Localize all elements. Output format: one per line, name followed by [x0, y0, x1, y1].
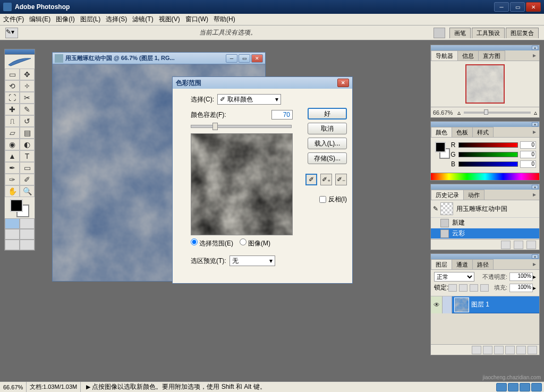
opt-tab-toolpreset[interactable]: 工具预设: [472, 28, 505, 38]
cancel-button[interactable]: 取消: [308, 123, 347, 134]
panel-close-icon[interactable]: ×: [532, 122, 538, 126]
eyedropper-plus-icon[interactable]: ✐₊: [320, 174, 332, 185]
eyedropper-icon[interactable]: ✐: [305, 174, 317, 185]
history-step-new[interactable]: 新建: [431, 218, 539, 228]
standard-mode[interactable]: [5, 218, 20, 229]
slice-tool[interactable]: ✂: [20, 92, 35, 104]
dialog-titlebar[interactable]: 色彩范围 ✕: [173, 77, 352, 89]
tray-icon[interactable]: [496, 383, 507, 391]
color-header[interactable]: ×: [431, 122, 539, 127]
jump-imageready[interactable]: [5, 240, 20, 250]
document-titlebar[interactable]: 用玉雕琢红动中国 @ 66.7% (图层 1, RG... ─ ▭ ✕: [53, 53, 265, 64]
jump-other[interactable]: [20, 240, 35, 250]
navigator-thumbnail[interactable]: [465, 64, 505, 104]
tray-icon[interactable]: [520, 383, 530, 391]
g-slider[interactable]: [458, 152, 518, 157]
doc-minimize-button[interactable]: ─: [226, 54, 237, 63]
panel-close-icon[interactable]: ×: [532, 46, 538, 50]
invert-checkbox[interactable]: [319, 196, 326, 203]
adjustment-layer-icon[interactable]: [505, 346, 515, 354]
tab-actions[interactable]: 动作: [463, 190, 484, 200]
tab-styles[interactable]: 样式: [472, 127, 494, 137]
doc-close-button[interactable]: ✕: [251, 54, 263, 63]
tab-histogram[interactable]: 直方图: [478, 50, 505, 61]
history-snapshot-row[interactable]: ✎ 用玉雕琢红动中国: [431, 200, 539, 218]
crop-tool[interactable]: ⛶: [5, 92, 20, 104]
marquee-tool[interactable]: ▭: [5, 69, 20, 80]
eraser-tool[interactable]: ▱: [5, 127, 20, 139]
menu-select[interactable]: 选择(S): [106, 15, 127, 24]
screenmode-2[interactable]: [20, 229, 35, 240]
navigator-header[interactable]: ×: [431, 45, 539, 50]
blend-mode-select[interactable]: 正常: [434, 272, 474, 282]
layer-row[interactable]: 👁 图层 1: [431, 296, 539, 313]
notes-tool[interactable]: ✑: [5, 174, 20, 185]
eyedropper-minus-icon[interactable]: ✐₋: [335, 174, 347, 185]
link-column[interactable]: [443, 296, 452, 313]
menu-view[interactable]: 视图(V): [159, 15, 180, 24]
new-snapshot-icon[interactable]: [514, 241, 523, 249]
history-header[interactable]: ×: [431, 184, 539, 190]
path-select-tool[interactable]: ▲: [5, 150, 20, 162]
tray-icon[interactable]: [508, 383, 518, 391]
lasso-tool[interactable]: ⟲: [5, 80, 20, 92]
tray-icon[interactable]: [531, 383, 542, 391]
eyedropper-tool[interactable]: ✐: [20, 174, 35, 185]
toolbox-header[interactable]: [5, 49, 35, 55]
layer-name[interactable]: 图层 1: [471, 300, 539, 309]
ok-button[interactable]: 好: [308, 108, 347, 120]
new-layer-icon[interactable]: [516, 346, 526, 354]
palette-well-icon[interactable]: [434, 28, 445, 38]
radio-selection-input[interactable]: [191, 238, 198, 245]
history-brush-source-icon[interactable]: ✎: [433, 205, 440, 212]
minimize-button[interactable]: ─: [494, 2, 509, 12]
stamp-tool[interactable]: ⎍: [5, 115, 20, 127]
r-slider[interactable]: [458, 142, 518, 148]
opacity-value[interactable]: 100%: [509, 272, 533, 281]
hand-tool[interactable]: ✋: [5, 185, 20, 197]
tab-paths[interactable]: 路径: [472, 259, 494, 269]
delete-state-icon[interactable]: [526, 241, 536, 249]
navigator-zoom-value[interactable]: 66.67%: [433, 109, 457, 116]
panel-menu-icon[interactable]: ▸: [530, 259, 539, 269]
dialog-close-button[interactable]: ✕: [337, 79, 349, 87]
panel-menu-icon[interactable]: ▸: [530, 50, 539, 61]
menu-help[interactable]: 帮助(H): [214, 15, 235, 24]
menu-filter[interactable]: 滤镜(T): [132, 15, 153, 24]
tab-swatches[interactable]: 色板: [452, 127, 473, 137]
color-fg-bg[interactable]: [434, 141, 450, 167]
current-tool-icon[interactable]: ✎▾: [5, 28, 18, 38]
fuzziness-slider[interactable]: [191, 125, 292, 128]
menu-file[interactable]: 文件(F): [3, 15, 24, 24]
type-tool[interactable]: T: [20, 150, 35, 162]
zoom-tool[interactable]: 🔍: [20, 185, 35, 197]
menu-image[interactable]: 图像(I): [56, 15, 74, 24]
new-set-icon[interactable]: [494, 346, 504, 354]
color-swatch[interactable]: [5, 197, 35, 218]
tab-channels[interactable]: 通道: [452, 259, 473, 269]
history-brush-tool[interactable]: ↺: [20, 115, 35, 127]
b-value[interactable]: 0: [520, 160, 536, 168]
status-zoom[interactable]: 66.67%: [0, 382, 27, 392]
history-step-clouds[interactable]: 云彩: [431, 228, 539, 239]
panel-close-icon[interactable]: ×: [532, 185, 538, 189]
panel-menu-icon[interactable]: ▸: [530, 190, 539, 200]
selection-preview[interactable]: [191, 133, 293, 235]
layer-style-icon[interactable]: [472, 346, 481, 354]
g-value[interactable]: 0: [520, 151, 536, 158]
visibility-toggle-icon[interactable]: 👁: [431, 296, 443, 313]
menu-edit[interactable]: 编辑(E): [29, 15, 50, 24]
radio-selection[interactable]: 选择范围(E): [191, 238, 233, 248]
tab-color[interactable]: 颜色: [431, 127, 452, 137]
r-value[interactable]: 0: [520, 141, 536, 149]
wand-tool[interactable]: ✧: [20, 80, 35, 92]
lock-position-icon[interactable]: [470, 284, 478, 292]
panel-menu-icon[interactable]: ▸: [530, 127, 539, 137]
color-spectrum[interactable]: [431, 173, 539, 180]
menu-window[interactable]: 窗口(W): [185, 15, 208, 24]
lock-pixels-icon[interactable]: [459, 284, 468, 292]
zoom-out-icon[interactable]: ▵: [457, 109, 461, 116]
save-button[interactable]: 存储(S)...: [308, 152, 347, 164]
zoom-in-icon[interactable]: ▵: [534, 109, 537, 116]
shape-tool[interactable]: ▭: [20, 162, 35, 174]
